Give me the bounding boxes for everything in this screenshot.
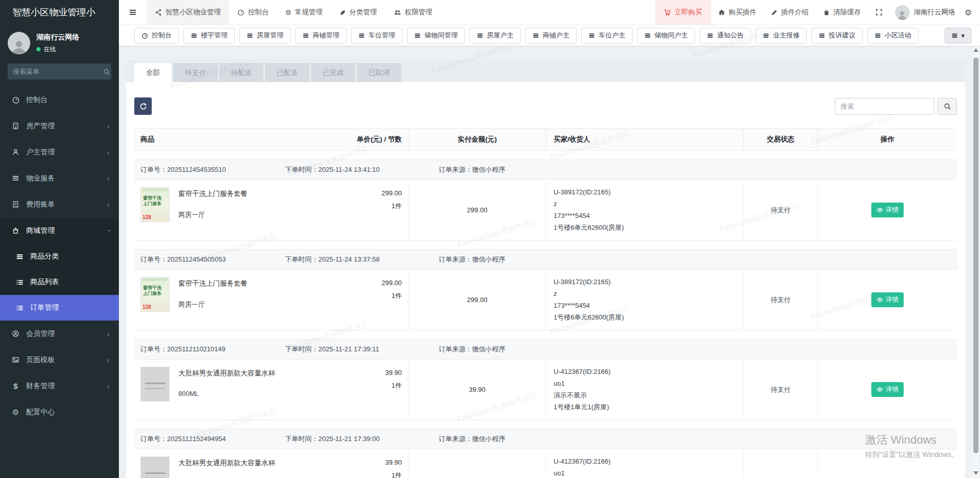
avatar[interactable]	[895, 5, 910, 20]
scrollbar-thumb[interactable]	[973, 57, 978, 453]
detail-button[interactable]: 详情	[871, 382, 904, 397]
tab-permission-management[interactable]: 权限管理	[385, 0, 441, 25]
tab-all[interactable]: 全部	[134, 63, 172, 82]
sidebar-item-bills[interactable]: 费用账单 ‹	[0, 191, 119, 217]
tab-unpaid[interactable]: 待支付	[173, 63, 218, 82]
cart-icon	[664, 9, 671, 16]
tab-dashboard[interactable]: 控制台	[229, 0, 277, 25]
sidebar-search-input[interactable]	[13, 68, 103, 75]
sidebar-item-templates[interactable]: 页面模板 ‹	[0, 347, 119, 373]
order-no-label: 订单号：	[140, 255, 167, 263]
sidebar-item-finance[interactable]: $ 财务管理 ‹	[0, 373, 119, 399]
search-icon[interactable]	[103, 68, 110, 75]
order-time-label: 下单时间：	[285, 435, 318, 443]
bars-icon	[951, 32, 958, 39]
bars-icon	[247, 32, 253, 39]
board-house-owner[interactable]: 房屋户主	[469, 28, 521, 44]
dashboard-icon	[141, 32, 148, 39]
order-source-label: 订单来源：	[439, 435, 472, 443]
tab-to-deliver[interactable]: 待配送	[219, 63, 264, 82]
sidebar-item-owner[interactable]: 户主管理 ‹	[0, 139, 119, 165]
order-source-label: 订单来源：	[439, 345, 472, 353]
clear-cache-button[interactable]: 清除缓存	[816, 0, 868, 25]
buy-plugin-button[interactable]: 购买插件	[711, 0, 764, 25]
board-parking[interactable]: 车位管理	[351, 28, 402, 44]
refresh-button[interactable]	[134, 97, 152, 115]
unit-price: 39.90	[385, 369, 402, 376]
chevron-left-icon: ‹	[107, 201, 110, 208]
order-time: 2025-11-24 13:37:58	[318, 255, 380, 263]
board-building[interactable]: 楼宇管理	[183, 28, 235, 44]
scroll-up-arrow[interactable]	[973, 48, 978, 52]
sidebar-menu: 控制台 房产管理 ‹ 户主管理 ‹ 物业服务 ‹ 费用账单 ‹	[0, 87, 119, 425]
bars-icon	[874, 32, 881, 39]
tab-cancelled[interactable]: 已取消	[357, 63, 401, 82]
board-shop-owner[interactable]: 商铺户主	[525, 28, 577, 44]
paid-amount: 39.90	[409, 360, 546, 420]
fullscreen-icon[interactable]	[868, 0, 890, 25]
order-no-label: 订单号：	[140, 166, 167, 173]
board-activity[interactable]: 小区活动	[867, 28, 918, 44]
detail-button[interactable]: 详情	[871, 203, 904, 217]
caret-down-icon: ▾	[961, 32, 965, 39]
navbar-actions: 立即购买 购买插件 插件介绍 清除缓存 湖南行云网络 ⚙	[655, 0, 980, 25]
order-row: 大肚杯男女通用新款大容量水杯 800ML 39.90 1件 39.90 U-41…	[134, 360, 957, 420]
sidebar-item-config[interactable]: ⚙ 配置中心	[0, 399, 119, 425]
buy-now-button[interactable]: 立即购买	[655, 0, 711, 25]
bars-icon	[191, 32, 197, 39]
status-badge: 待支付	[744, 180, 818, 240]
sidebar-item-members[interactable]: 会员管理 ‹	[0, 321, 119, 347]
navbar-username[interactable]: 湖南行云网络	[914, 0, 962, 25]
product-name: 窗帘干洗上门服务套餐	[178, 279, 248, 288]
plugin-intro-button[interactable]: 插件介绍	[764, 0, 816, 25]
board-storage-owner[interactable]: 储物间户主	[637, 28, 695, 44]
bars-icon	[11, 174, 20, 182]
sidebar-toggle-icon[interactable]	[119, 0, 147, 25]
board-house[interactable]: 房屋管理	[239, 28, 291, 44]
bars-icon	[15, 253, 24, 261]
sidebar-item-service[interactable]: 物业服务 ‹	[0, 165, 119, 191]
sidebar-item-order-management[interactable]: 订单管理	[0, 295, 119, 321]
chevron-left-icon: ‹	[107, 174, 110, 182]
table-search-button[interactable]	[937, 98, 957, 115]
tab-category-management[interactable]: 分类管理	[331, 0, 385, 25]
detail-button[interactable]: 详情	[871, 292, 904, 307]
tab-completed[interactable]: 已完成	[311, 63, 356, 82]
order-row: 窗帘干洗 上门服务 128 窗帘干洗上门服务套餐 两房一厅 299.00 1件	[134, 180, 957, 241]
tab-delivered[interactable]: 已配送	[265, 63, 310, 82]
sidebar-item-product-list[interactable]: 商品列表	[0, 269, 119, 295]
buyer-info: U-389172(ID:2165) z 173****5454 1号楼6单元62…	[546, 180, 744, 240]
order-source: 微信小程序	[472, 255, 505, 263]
sidebar-item-mall[interactable]: 商城管理 ‹	[0, 217, 119, 244]
board-complaint[interactable]: 投诉建议	[811, 28, 863, 44]
orders-panel: 全部 待支付 待配送 已配送 已完成 已取消	[126, 60, 965, 478]
sidebar-username: 湖南行云网络	[36, 33, 79, 42]
tab-general-management[interactable]: ⚙ 常规管理	[277, 0, 331, 25]
sidebar-item-dashboard[interactable]: 控制台	[0, 87, 119, 113]
boards-more-dropdown[interactable]: ▾	[945, 28, 971, 44]
product-name: 大肚杯男女通用新款大容量水杯	[178, 459, 275, 468]
trash-icon	[823, 9, 830, 16]
sidebar-user-panel: 湖南行云网络 在线	[0, 25, 119, 59]
tab-smart-community[interactable]: 智慧小区物业管理	[147, 0, 229, 25]
table-search-input[interactable]	[835, 98, 934, 115]
vertical-scrollbar[interactable]	[973, 46, 979, 478]
buyer-info: U-412367(ID:2166) uo1 演示不展示 1号楼1单元1(房屋)	[546, 360, 744, 420]
app-window: 智慧小区物业管理小 湖南行云网络 在线 控制台	[0, 0, 980, 478]
leaf-icon	[339, 9, 346, 16]
chevron-down-icon: ‹	[105, 229, 112, 232]
chevron-left-icon: ‹	[107, 148, 110, 156]
scroll-down-arrow[interactable]	[973, 471, 978, 475]
sidebar-item-product-category[interactable]: 商品分类	[0, 244, 119, 269]
dashboard-icon	[11, 96, 20, 104]
board-repair[interactable]: 业主报修	[756, 28, 807, 44]
board-dashboard[interactable]: 控制台	[134, 28, 179, 44]
sidebar-item-property[interactable]: 房产管理 ‹	[0, 113, 119, 139]
board-parking-owner[interactable]: 车位户主	[581, 28, 632, 44]
board-shop[interactable]: 商铺管理	[295, 28, 346, 44]
gears-icon[interactable]: ⚙	[962, 0, 980, 25]
board-storage[interactable]: 储物间管理	[407, 28, 465, 44]
gear-icon: ⚙	[11, 408, 20, 416]
product-image: 窗帘干洗 上门服务 128	[140, 277, 170, 312]
board-notice[interactable]: 通知公告	[700, 28, 751, 44]
